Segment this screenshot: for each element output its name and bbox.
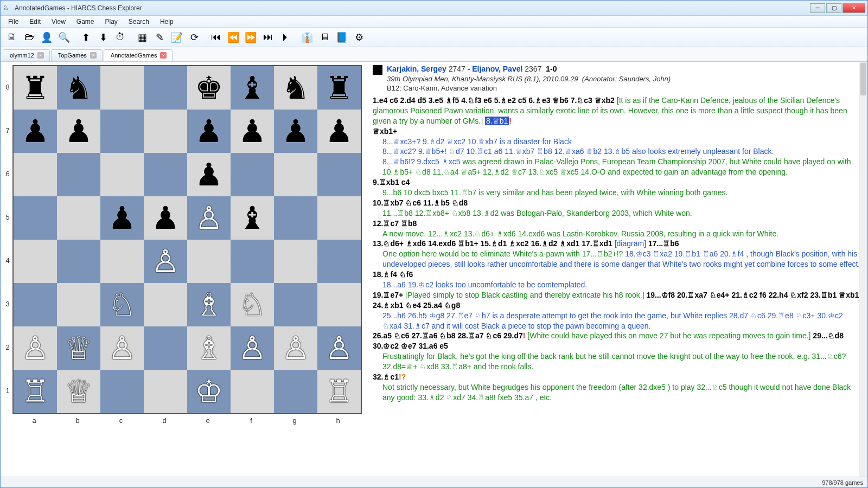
variation[interactable]: 18...a6 19.♔c2 looks too uncomfortable t… [373, 280, 863, 290]
square-g6[interactable] [274, 153, 317, 196]
square-d2[interactable] [144, 326, 187, 370]
minimize-button[interactable]: ─ [810, 3, 825, 13]
square-e6[interactable]: ♟ [187, 153, 231, 196]
gear-icon[interactable]: ⚙ [351, 29, 367, 46]
chess-board[interactable]: ♜♞♚♝♞♜♟♟♟♟♟♟♟♟♟♙♝♙♘♗♘♙♕♙♗♙♙♙♖♕♔♖ [12, 65, 362, 414]
menu-help[interactable]: Help [155, 17, 179, 27]
square-b4[interactable] [57, 240, 100, 283]
next-icon[interactable]: ⏩ [242, 29, 259, 46]
square-e7[interactable]: ♟ [187, 110, 231, 153]
square-e2[interactable]: ♗ [187, 326, 231, 370]
square-b6[interactable] [57, 153, 100, 196]
square-c7[interactable] [100, 110, 144, 153]
square-a7[interactable]: ♟ [14, 110, 57, 153]
square-b3[interactable] [57, 283, 100, 326]
current-move[interactable]: 8.♕b1 [485, 117, 509, 125]
play-icon[interactable]: ⏵ [277, 29, 293, 46]
close-tab-icon[interactable]: × [37, 52, 44, 59]
scroll-thumb[interactable] [860, 63, 866, 95]
user-icon[interactable]: 👤 [39, 29, 55, 46]
square-a1[interactable]: ♖ [14, 370, 57, 413]
mainline-moves[interactable]: ♕xb1+ [373, 127, 397, 136]
square-e3[interactable]: ♗ [187, 283, 231, 326]
square-c3[interactable]: ♘ [100, 283, 144, 326]
square-c5[interactable]: ♟ [100, 196, 144, 240]
mainline-moves[interactable]: 18.♗f4 ♘f6 [373, 270, 413, 279]
up-arrow-icon[interactable]: ⬆ [78, 29, 94, 46]
square-c6[interactable] [100, 153, 144, 196]
close-button[interactable]: ✕ [843, 3, 865, 13]
square-c4[interactable] [100, 240, 144, 283]
square-c8[interactable] [100, 66, 144, 110]
square-d8[interactable] [144, 66, 187, 110]
menu-search[interactable]: Search [123, 17, 155, 27]
square-a2[interactable]: ♙ [14, 326, 57, 370]
move-list[interactable]: 1.e4 c6 2.d4 d5 3.e5 ♗f5 4.♘f3 e6 5.♗e2 … [373, 95, 863, 403]
tab-annotatedgames[interactable]: AnnotatedGames× [104, 49, 173, 61]
square-a8[interactable]: ♜ [14, 66, 57, 110]
square-g4[interactable] [274, 240, 317, 283]
square-d6[interactable] [144, 153, 187, 196]
tab-olymm12[interactable]: olymm12× [3, 49, 50, 61]
engine-icon[interactable]: 🖥 [316, 29, 333, 46]
square-c2[interactable]: ♙ [100, 326, 144, 370]
square-g1[interactable] [274, 370, 317, 413]
variation[interactable]: 8...♕xc2? 9.♕b5+! ♘d7 10.♖c1 a6 11.♕xb7 … [373, 146, 863, 157]
square-c1[interactable] [100, 370, 144, 413]
square-a6[interactable] [14, 153, 57, 196]
square-d7[interactable] [144, 110, 187, 153]
variation[interactable]: 8...♕xc3+? 9.♗d2 ♕xc2 10.♕xb7 is a disas… [373, 137, 863, 147]
close-tab-icon[interactable]: × [90, 52, 97, 59]
square-e8[interactable]: ♚ [187, 66, 231, 110]
square-h5[interactable] [317, 196, 361, 240]
scrollbar[interactable] [859, 62, 867, 477]
square-d3[interactable] [144, 283, 187, 326]
square-b5[interactable] [57, 196, 100, 240]
square-f3[interactable]: ♘ [231, 283, 274, 326]
square-g8[interactable]: ♞ [274, 66, 317, 110]
square-d1[interactable] [144, 370, 187, 413]
square-g7[interactable]: ♟ [274, 110, 317, 153]
square-d4[interactable]: ♙ [144, 240, 187, 283]
square-h2[interactable]: ♙ [317, 326, 361, 370]
tab-topgames[interactable]: TopGames× [51, 49, 103, 61]
mainline-moves[interactable]: 1.e4 c6 2.d4 d5 3.e5 ♗f5 4.♘f3 e6 5.♗e2 … [373, 96, 615, 105]
square-a5[interactable] [14, 196, 57, 240]
black-player[interactable]: Eljanov, Pavel [472, 65, 522, 73]
engine-user-icon[interactable]: 👔 [299, 29, 315, 46]
square-e4[interactable] [187, 240, 231, 283]
square-g5[interactable] [274, 196, 317, 240]
book-icon[interactable]: 📘 [334, 29, 350, 46]
square-f6[interactable] [231, 153, 274, 196]
square-a3[interactable] [14, 283, 57, 326]
notation-pane[interactable]: Karjakin, Sergey 2747 - Eljanov, Pavel 2… [369, 62, 867, 477]
square-h4[interactable] [317, 240, 361, 283]
board-icon[interactable]: ▦ [134, 29, 150, 46]
mainline-moves[interactable]: 9.♖xb1 c4 [373, 178, 410, 187]
square-b7[interactable]: ♟ [57, 110, 100, 153]
square-h7[interactable]: ♟ [317, 110, 361, 153]
square-f4[interactable] [231, 240, 274, 283]
white-player[interactable]: Karjakin, Sergey [387, 65, 446, 73]
square-h6[interactable] [317, 153, 361, 196]
new-db-icon[interactable]: 🗎 [4, 29, 20, 46]
square-b8[interactable]: ♞ [57, 66, 100, 110]
menu-view[interactable]: View [46, 17, 71, 27]
square-f5[interactable]: ♝ [231, 196, 274, 240]
prev-icon[interactable]: ⏪ [225, 29, 241, 46]
mainline-moves[interactable]: 12.♖c7 ♖b8 [373, 219, 417, 228]
square-e1[interactable]: ♔ [187, 370, 231, 413]
square-f1[interactable] [231, 370, 274, 413]
square-f7[interactable]: ♟ [231, 110, 274, 153]
square-f8[interactable]: ♝ [231, 66, 274, 110]
edit-icon[interactable]: ✎ [151, 29, 168, 46]
variation[interactable]: 25...h6 26.h5 ♔g8 27.♖e7 ♘h7 is a desper… [373, 311, 863, 331]
square-h8[interactable]: ♜ [317, 66, 361, 110]
down-arrow-icon[interactable]: ⬇ [95, 29, 111, 46]
square-h3[interactable] [317, 283, 361, 326]
menu-game[interactable]: Game [71, 17, 100, 27]
square-g3[interactable] [274, 283, 317, 326]
square-f2[interactable]: ♙ [231, 326, 274, 370]
square-g2[interactable]: ♙ [274, 326, 317, 370]
menu-edit[interactable]: Edit [24, 17, 46, 27]
